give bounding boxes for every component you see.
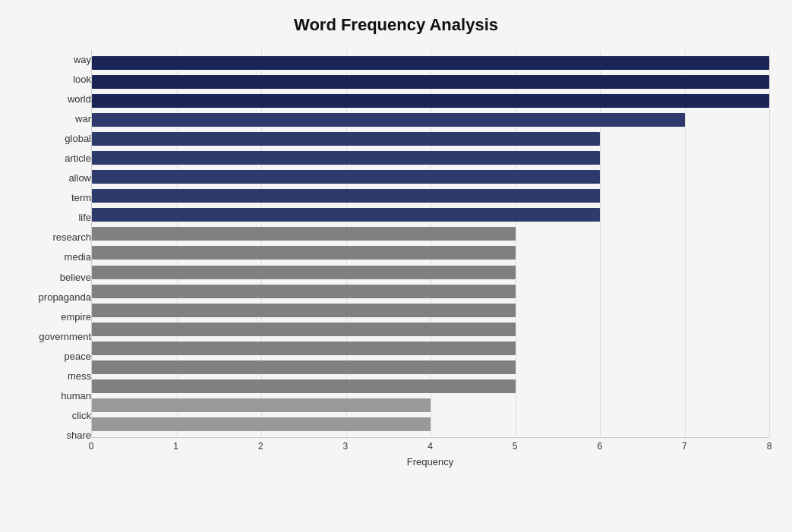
bar-row	[92, 340, 769, 357]
bar-share	[92, 417, 431, 431]
bar-global	[92, 132, 600, 146]
bar-row	[92, 112, 769, 128]
chart-area: waylookworldwarglobalarticleallowtermlif…	[23, 50, 769, 468]
x-tick-label: 7	[682, 441, 687, 452]
x-tick-label: 4	[428, 441, 433, 452]
y-label-article: article	[65, 150, 91, 167]
bar-research	[92, 227, 516, 241]
bar-propaganda	[92, 285, 516, 298]
bar-row	[92, 168, 769, 185]
x-ticks: 012345678	[91, 438, 769, 453]
y-label-media: media	[65, 249, 91, 266]
y-label-research: research	[52, 229, 91, 246]
y-label-allow: allow	[68, 170, 91, 187]
bar-government	[92, 323, 516, 336]
bar-row	[92, 187, 769, 204]
bar-row	[92, 264, 769, 281]
bar-row	[92, 74, 769, 90]
y-label-human: human	[61, 388, 91, 405]
bar-row	[92, 244, 769, 261]
bar-row	[92, 321, 769, 338]
bar-row	[92, 55, 769, 71]
bar-row	[92, 93, 769, 109]
y-label-war: war	[75, 111, 91, 127]
y-label-propaganda: propaganda	[39, 289, 91, 306]
bar-world	[92, 94, 769, 108]
bar-row	[92, 283, 769, 300]
bar-row	[92, 397, 769, 414]
y-axis: waylookworldwarglobalarticleallowtermlif…	[23, 50, 91, 468]
x-tick-label: 8	[767, 441, 772, 452]
bar-row	[92, 131, 769, 147]
bar-believe	[92, 266, 516, 279]
bar-row	[92, 150, 769, 166]
x-tick-label: 0	[89, 441, 94, 452]
bar-article	[92, 151, 600, 165]
bar-term	[92, 189, 600, 203]
x-axis-label: Frequency	[91, 456, 769, 467]
bar-row	[92, 416, 769, 433]
y-label-share: share	[66, 427, 91, 444]
bar-life	[92, 208, 600, 222]
y-label-global: global	[65, 131, 91, 147]
x-tick-label: 5	[513, 441, 518, 452]
bars-area	[91, 50, 769, 438]
x-tick-label: 3	[343, 441, 349, 452]
chart-container: Word Frequency Analysis waylookworldwarg…	[0, 0, 792, 532]
x-tick-label: 1	[173, 441, 178, 452]
bar-row	[92, 225, 769, 242]
bar-war	[92, 113, 685, 127]
chart-title: Word Frequency Analysis	[23, 15, 769, 35]
y-label-government: government	[39, 329, 91, 345]
y-label-peace: peace	[65, 348, 91, 365]
y-label-empire: empire	[61, 309, 91, 326]
bar-human	[92, 379, 516, 393]
grid-line	[769, 50, 770, 437]
bar-peace	[92, 342, 516, 355]
y-label-way: way	[74, 52, 91, 68]
bars-and-x: 012345678 Frequency	[91, 50, 769, 468]
y-label-click: click	[72, 408, 91, 424]
bar-row	[92, 378, 769, 395]
x-axis: 012345678 Frequency	[91, 438, 769, 468]
x-tick-label: 2	[258, 441, 263, 452]
y-label-believe: believe	[60, 269, 91, 286]
bar-way	[92, 56, 769, 70]
bar-row	[92, 206, 769, 223]
bar-mess	[92, 360, 516, 374]
bar-row	[92, 359, 769, 376]
bar-allow	[92, 170, 600, 184]
bar-look	[92, 75, 769, 89]
y-label-life: life	[78, 209, 91, 226]
y-label-look: look	[73, 71, 91, 88]
y-label-world: world	[68, 91, 91, 108]
y-label-mess: mess	[68, 368, 91, 385]
bar-empire	[92, 304, 516, 317]
bars-rows	[92, 50, 769, 437]
x-tick-label: 6	[597, 441, 602, 452]
bar-row	[92, 302, 769, 319]
bar-click	[92, 398, 431, 412]
bar-media	[92, 246, 516, 260]
y-label-term: term	[71, 190, 91, 206]
